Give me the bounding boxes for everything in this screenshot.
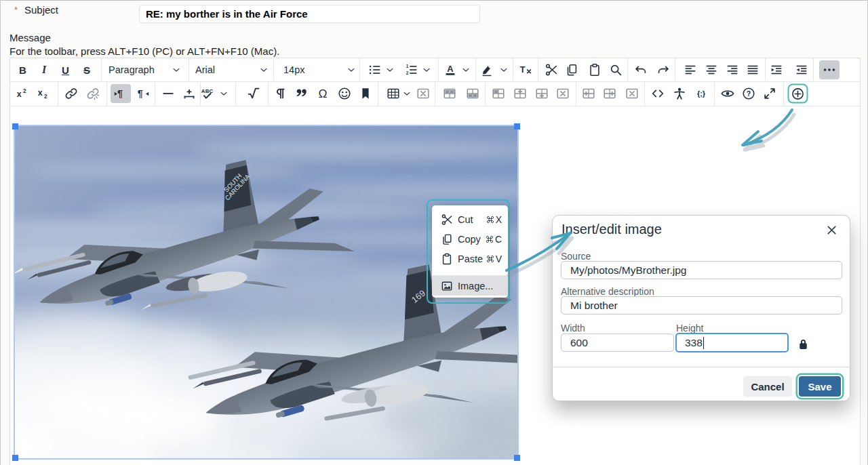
svg-text:{;}: {;} bbox=[697, 89, 706, 98]
svg-text:2: 2 bbox=[406, 70, 408, 75]
svg-text:2: 2 bbox=[23, 88, 26, 94]
svg-text:2: 2 bbox=[44, 94, 47, 100]
svg-text:?: ? bbox=[747, 89, 751, 98]
svg-text:¶: ¶ bbox=[117, 88, 122, 99]
svg-text:A: A bbox=[447, 64, 453, 74]
svg-text:x: x bbox=[38, 88, 43, 98]
svg-text:ABC: ABC bbox=[201, 88, 213, 94]
svg-text:¶: ¶ bbox=[138, 88, 143, 99]
svg-text:1: 1 bbox=[406, 64, 408, 68]
svg-text:x: x bbox=[16, 89, 21, 99]
svg-text:Ω: Ω bbox=[318, 87, 327, 100]
svg-text:T: T bbox=[520, 64, 526, 75]
